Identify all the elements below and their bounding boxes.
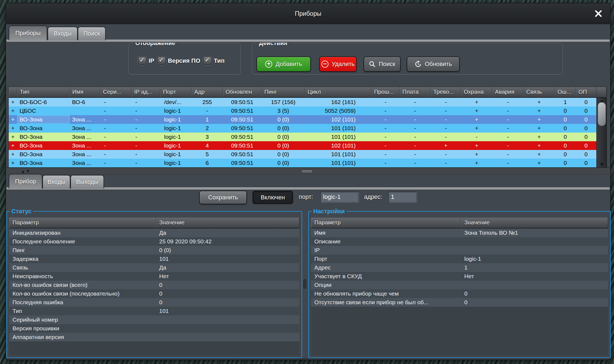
column-header[interactable]: Тип [17,87,70,97]
param-row[interactable]: IP [311,246,608,255]
column-header[interactable]: Ош... [555,87,576,97]
table-row[interactable]: +ВО-ЗонаЗона ...--logic-1109:50:510 (0)1… [9,115,596,124]
vertical-splitter-handle[interactable] [303,278,307,289]
column-header[interactable]: Обновлен [223,87,262,97]
param-row[interactable]: Последнее обновление25 09 2020 09:50:42 [9,237,299,246]
devices-table: ТипИмяСери...IP ад...ПортАдрОбновленПинг… [8,87,607,168]
param-row[interactable]: ИнициализированДа [9,228,299,237]
tab-vhody-detail[interactable]: Входы [42,175,70,189]
param-row[interactable]: НеисправностьНет [9,272,299,281]
settings-table-body: ИмяЗона Тополь ВО №1ОписаниеIPПортlogic-… [311,228,608,307]
table-row[interactable]: +ВО-ЗонаЗона ...--logic-1309:50:510 (0)1… [9,133,596,141]
tab-pribor[interactable]: Прибор [9,174,42,189]
tab-pribory[interactable]: Приборы [9,26,47,40]
column-header[interactable]: Параметр [9,218,156,228]
add-button[interactable]: + Добавить [256,57,311,72]
table-cell: - [131,98,160,106]
checkbox-ip[interactable]: ✓ IP [138,57,154,65]
param-row[interactable]: Серийный номер [9,315,299,324]
address-input[interactable] [389,192,417,202]
row-expander[interactable]: + [9,98,17,106]
scroll-down-icon[interactable]: ▼ [597,162,607,167]
scrollbar-thumb[interactable] [598,102,606,126]
param-row[interactable]: Версия прошивки [9,324,299,333]
table-cell: 0 (0) [262,141,305,150]
table-row[interactable]: +ЦБОС--logic-1-09:50:513 (5)5052 (5059)-… [9,106,596,115]
table-cell: - [371,115,400,124]
param-row[interactable]: СвязьДа [9,263,299,272]
param-row[interactable]: Опции [311,281,608,289]
param-row[interactable]: ИмяЗона Тополь ВО №1 [311,228,608,237]
port-input[interactable] [321,192,359,202]
vertical-scrollbar[interactable]: ▲ ▼ [597,98,607,167]
refresh-button[interactable]: Обновить [407,57,460,72]
column-header[interactable]: Значение [461,218,608,228]
detail-bar: Сохранить Включен порт: адрес: [6,191,610,204]
tab-vhody[interactable]: Входы [48,27,78,40]
column-header[interactable]: Плата [400,87,431,97]
table-cell: 0 [555,141,576,150]
param-row[interactable]: Пинг0 (0) [9,246,299,255]
save-button[interactable]: Сохранить [199,191,247,204]
param-row[interactable]: Кол-во ошибок связи (всего)0 [9,281,299,289]
column-header[interactable]: Связь [524,87,555,97]
row-expander[interactable]: + [9,124,17,133]
row-expander[interactable]: + [9,115,17,124]
column-header[interactable]: Цикл [305,87,371,97]
param-row[interactable]: Портlogic-1 [311,255,608,263]
tab-vyhody[interactable]: Выходы [70,175,104,189]
column-header[interactable] [9,87,17,97]
param-row[interactable]: Описание [311,237,608,246]
row-expander[interactable]: + [9,159,17,167]
param-row[interactable]: Участвует в СКУДНет [311,272,608,281]
column-header[interactable]: Порт [160,87,192,97]
table-row[interactable]: +ВО-БОС-6ВО-6--/dev/...25509:50:51157 (1… [9,98,596,106]
close-button[interactable] [592,8,604,20]
table-row[interactable]: +ВО-ЗонаЗона ...--logic-1209:50:510 (0)1… [9,124,596,133]
column-header[interactable]: Пинг [262,87,305,97]
row-expander[interactable]: + [9,150,17,159]
param-name: Порт [311,255,461,263]
row-expander[interactable]: + [9,133,17,141]
param-name: Неисправность [9,272,156,281]
column-header[interactable]: IP ад... [131,87,160,97]
column-header[interactable]: Охрана [461,87,492,97]
param-row[interactable]: Не обновлять прибор чаще чем0 [311,289,608,298]
column-header[interactable]: Имя [70,87,100,97]
detail-tab-bar: Прибор Входы Выходы [6,174,610,189]
row-expander[interactable]: + [9,141,17,150]
column-header[interactable]: Авария [492,87,524,97]
splitter-handle[interactable] [301,170,313,173]
delete-button[interactable]: − Удалить [319,57,357,72]
table-cell: - [100,124,131,133]
checkbox-type[interactable]: ✓ Тип [203,57,224,65]
table-row[interactable]: +ВО-ЗонаЗона ...--logic-1409:50:510 (0)1… [9,141,596,150]
search-button[interactable]: Поиск [364,57,401,72]
column-header[interactable]: Значение [156,218,299,228]
param-row[interactable]: Адрес1 [311,263,608,272]
table-row[interactable]: +ВО-ЗонаЗона ...--logic-1609:50:510 (0)1… [9,159,596,167]
column-header[interactable]: Адр [192,87,223,97]
param-row[interactable]: Отсутствие связи если прибор не был об..… [311,298,608,307]
column-header[interactable]: Сери... [100,87,131,97]
column-header[interactable]: Параметр [311,218,461,228]
column-header[interactable]: Прош... [371,87,400,97]
table-cell: - [371,141,400,150]
splitter-collapse-icons[interactable]: ▲▼ [21,169,32,173]
tab-poisk[interactable]: Поиск [78,27,106,40]
param-row[interactable]: Кол-во ошибок связи (последовательно)0 [9,289,299,298]
table-cell: 0 [555,133,576,141]
table-cell: 102 (101) [305,115,371,124]
table-row[interactable]: +ВО-ЗонаЗона ...--logic-1509:50:510 (0)1… [9,150,596,159]
horizontal-splitter[interactable]: ▲▼ [7,167,610,175]
checkbox-version[interactable]: ✓ Версия ПО [157,57,200,65]
param-row[interactable]: Тип101 [9,307,299,315]
param-row[interactable]: Задержка101 [9,255,299,263]
param-row[interactable]: Последняя ошибка0 [9,298,299,307]
column-header[interactable]: ОП [576,87,596,97]
enabled-toggle[interactable]: Включен [252,191,293,204]
column-header[interactable]: Трево... [431,87,461,97]
row-expander[interactable]: + [9,106,17,115]
param-row[interactable]: Аппаратная версия [9,333,299,341]
param-name: Связь [9,263,156,272]
